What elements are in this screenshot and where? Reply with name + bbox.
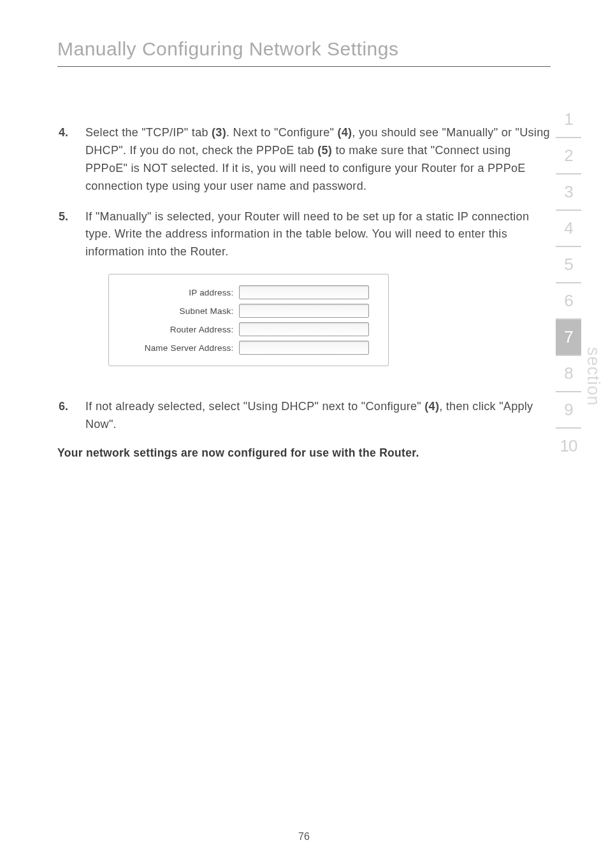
input-ns[interactable] xyxy=(239,341,369,355)
step-5: 5. If "Manually" is selected, your Route… xyxy=(57,208,551,262)
final-statement: Your network settings are now configured… xyxy=(57,446,551,460)
section-tab-5[interactable]: 5 xyxy=(556,247,581,283)
title-rule xyxy=(57,66,551,67)
label-ip: IP address: xyxy=(118,288,239,297)
step-body-6: If not already selected, select "Using D… xyxy=(85,398,551,434)
section-tab-3[interactable]: 3 xyxy=(556,174,581,211)
step-number-4: 4. xyxy=(59,124,85,142)
section-tabs: 12345678910 xyxy=(556,102,581,465)
step-6: 6. If not already selected, select "Usin… xyxy=(57,398,551,434)
page-title: Manually Configuring Network Settings xyxy=(57,38,551,60)
step-body-4: Select the "TCP/IP" tab (3). Next to "Co… xyxy=(85,124,551,196)
form-row-ip: IP address: xyxy=(118,285,369,299)
label-router: Router Address: xyxy=(118,325,239,334)
input-ip[interactable] xyxy=(239,285,369,299)
section-tab-9[interactable]: 9 xyxy=(556,392,581,429)
step-body-5: If "Manually" is selected, your Router w… xyxy=(85,208,551,262)
step-4: 4. Select the "TCP/IP" tab (3). Next to … xyxy=(57,124,551,196)
section-tab-8[interactable]: 8 xyxy=(556,356,581,392)
input-router[interactable] xyxy=(239,322,369,336)
page-number: 76 xyxy=(0,831,608,843)
label-subnet: Subnet Mask: xyxy=(118,306,239,316)
input-subnet[interactable] xyxy=(239,304,369,318)
section-label: section xyxy=(583,347,603,406)
label-ns: Name Server Address: xyxy=(118,343,239,353)
section-tab-4[interactable]: 4 xyxy=(556,211,581,247)
step-number-5: 5. xyxy=(59,208,85,226)
section-tab-2[interactable]: 2 xyxy=(556,138,581,174)
section-tab-10[interactable]: 10 xyxy=(556,429,581,465)
form-row-ns: Name Server Address: xyxy=(118,341,369,355)
section-tab-1[interactable]: 1 xyxy=(556,102,581,138)
section-tab-6[interactable]: 6 xyxy=(556,283,581,320)
form-row-router: Router Address: xyxy=(118,322,369,336)
step-number-6: 6. xyxy=(59,398,85,416)
section-tab-7[interactable]: 7 xyxy=(556,320,581,356)
form-row-subnet: Subnet Mask: xyxy=(118,304,369,318)
network-form: IP address: Subnet Mask: Router Address:… xyxy=(108,274,389,366)
